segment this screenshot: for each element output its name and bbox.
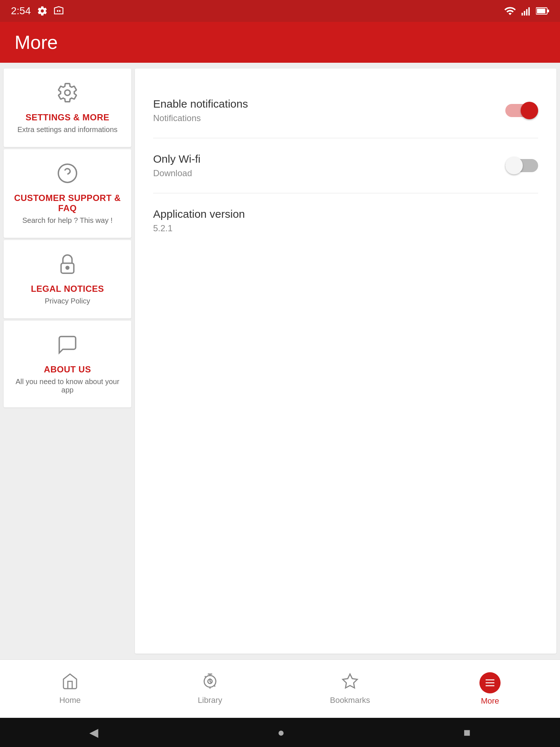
home-nav-label: Home (59, 696, 81, 705)
notifications-toggle-thumb (521, 102, 538, 119)
main-content: SETTINGS & MORE Extra settings and infor… (0, 63, 560, 659)
svg-rect-0 (57, 10, 58, 12)
lock-icon (57, 253, 78, 278)
home-icon (61, 673, 79, 693)
page-title: More (15, 31, 58, 53)
gear-icon (57, 82, 78, 107)
version-label: Application version (153, 208, 245, 220)
notifications-toggle[interactable] (505, 102, 538, 119)
more-nav-label: More (481, 696, 499, 706)
svg-rect-4 (526, 9, 528, 16)
wifi-sublabel: Download (153, 168, 201, 178)
svg-rect-1 (59, 10, 61, 12)
more-icon-circle (479, 672, 501, 693)
android-nav: ◀ ● ■ (0, 718, 560, 747)
svg-rect-8 (537, 9, 545, 13)
svg-point-9 (65, 90, 70, 96)
status-bar-right (504, 5, 549, 17)
wifi-label: Only Wi-fi (153, 153, 201, 165)
svg-point-13 (66, 266, 69, 269)
sidebar-item-legal[interactable]: LEGAL NOTICES Privacy Policy (4, 240, 131, 318)
wifi-toggle[interactable] (505, 157, 538, 174)
settings-item-title: SETTINGS & MORE (26, 112, 109, 123)
version-text: Application version 5.2.1 (153, 208, 245, 233)
svg-point-10 (58, 164, 77, 182)
notifications-text: Enable notifications Notifications (153, 98, 248, 123)
notifications-label: Enable notifications (153, 98, 248, 110)
more-icon (479, 672, 501, 693)
nav-item-more[interactable]: More (420, 660, 560, 718)
sidebar-item-settings[interactable]: SETTINGS & MORE Extra settings and infor… (4, 69, 131, 147)
legal-item-subtitle: Privacy Policy (45, 297, 90, 305)
about-item-title: ABOUT US (44, 364, 91, 375)
svg-rect-3 (524, 11, 525, 16)
right-panel: Enable notifications Notifications Only … (135, 69, 556, 654)
svg-rect-5 (528, 7, 530, 16)
status-time: 2:54 (11, 5, 31, 17)
svg-rect-2 (522, 13, 523, 16)
wifi-text: Only Wi-fi Download (153, 153, 201, 178)
bottom-nav: Home Library Bookmarks (0, 659, 560, 718)
nav-item-bookmarks[interactable]: Bookmarks (280, 660, 420, 718)
nav-item-library[interactable]: Library (140, 660, 280, 718)
bookmarks-icon (341, 673, 359, 693)
android-home-button[interactable]: ● (277, 726, 284, 739)
notifications-sublabel: Notifications (153, 113, 248, 123)
legal-item-title: LEGAL NOTICES (31, 284, 104, 294)
help-icon (57, 162, 78, 187)
sidebar: SETTINGS & MORE Extra settings and infor… (0, 63, 135, 659)
svg-rect-7 (547, 9, 549, 12)
chat-icon (57, 334, 78, 359)
nav-item-home[interactable]: Home (0, 660, 140, 718)
sidebar-item-about[interactable]: ABOUT US All you need to know about your… (4, 321, 131, 407)
wifi-row: Only Wi-fi Download (153, 138, 538, 193)
battery-status-icon (536, 5, 549, 16)
support-item-subtitle: Search for help ? This way ! (22, 216, 113, 225)
about-item-subtitle: All you need to know about your app (11, 378, 124, 394)
settings-item-subtitle: Extra settings and informations (18, 125, 118, 134)
app-bar: More (0, 22, 560, 63)
support-item-title: CUSTOMER SUPPORT & FAQ (11, 193, 124, 213)
signal-status-icon (521, 5, 532, 16)
wifi-status-icon (504, 5, 516, 17)
library-icon (201, 673, 219, 693)
library-nav-label: Library (198, 696, 222, 705)
sidebar-item-support[interactable]: CUSTOMER SUPPORT & FAQ Search for help ?… (4, 149, 131, 238)
status-bar: 2:54 (0, 0, 560, 22)
settings-status-icon (37, 5, 48, 16)
wifi-toggle-thumb (505, 157, 523, 174)
version-row: Application version 5.2.1 (153, 193, 538, 248)
notifications-row: Enable notifications Notifications (153, 83, 538, 138)
svg-marker-17 (343, 674, 357, 688)
version-number: 5.2.1 (153, 223, 245, 233)
android-recent-button[interactable]: ■ (463, 726, 470, 739)
status-bar-left: 2:54 (11, 5, 64, 17)
sim-status-icon (54, 6, 64, 16)
android-back-button[interactable]: ◀ (89, 725, 98, 739)
bookmarks-nav-label: Bookmarks (330, 696, 370, 705)
